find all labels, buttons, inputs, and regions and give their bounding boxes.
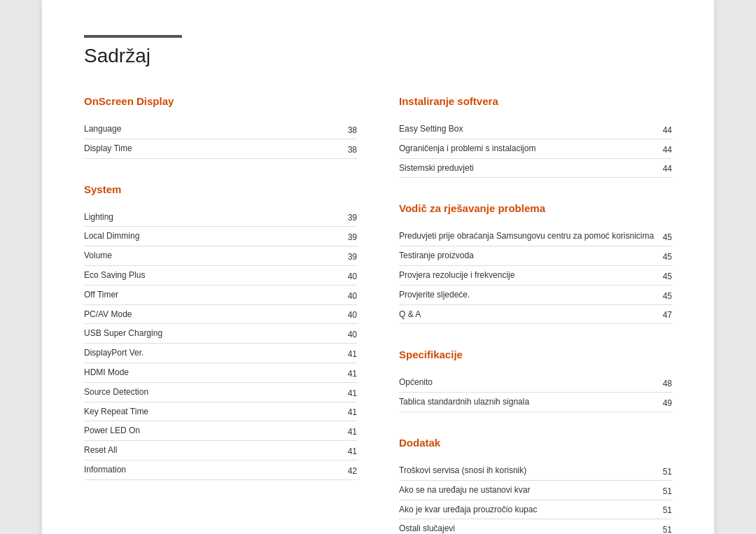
toc-item-label: Ako je kvar uređaja prouzročio kupac xyxy=(399,504,663,516)
toc-item[interactable]: Q & A47 xyxy=(399,305,672,325)
toc-item-label: Source Detection xyxy=(84,386,348,398)
toc-item-page: 41 xyxy=(348,349,357,359)
section-specifikacije: SpecifikacijeOpćenito48Tablica standardn… xyxy=(399,349,672,412)
toc-item[interactable]: Off Timer40 xyxy=(84,286,357,305)
toc-item[interactable]: Troškovi servisa (snosi ih korisnik)51 xyxy=(399,461,672,481)
toc-item-label: Lighting xyxy=(84,211,348,223)
toc-item[interactable]: Ako je kvar uređaja prouzročio kupac51 xyxy=(399,500,672,520)
toc-item-page: 51 xyxy=(663,505,672,515)
toc-item-page: 40 xyxy=(348,272,357,281)
toc-item[interactable]: Eco Saving Plus40 xyxy=(84,266,357,286)
section-vodic-za-rjesavanje: Vodič za rješavanje problemaPreduvjeti p… xyxy=(399,202,672,324)
toc-item-label: Općenito xyxy=(399,377,663,388)
toc-item-page: 40 xyxy=(348,310,357,320)
section-title-dodatak: Dodatak xyxy=(399,437,672,453)
section-title-onscreen-display: OnScreen Display xyxy=(84,95,357,111)
section-dodatak: DodatakTroškovi servisa (snosi ih korisn… xyxy=(399,437,672,534)
toc-item-label: Troškovi servisa (snosi ih korisnik) xyxy=(399,465,663,477)
toc-item-page: 40 xyxy=(348,330,357,339)
toc-item[interactable]: PC/AV Mode40 xyxy=(84,305,357,325)
toc-item[interactable]: Ograničenja i problemi s instalacijom44 xyxy=(399,139,672,159)
section-title-vodic-za-rjesavanje: Vodič za rješavanje problema xyxy=(399,202,672,218)
toc-item-page: 47 xyxy=(663,310,672,320)
title-bar xyxy=(84,35,182,38)
toc-item-label: Information xyxy=(84,464,348,476)
toc-item[interactable]: Local Dimming39 xyxy=(84,227,357,246)
section-onscreen-display: OnScreen DisplayLanguage38Display Time38 xyxy=(84,95,357,159)
section-title-system: System xyxy=(84,183,357,199)
toc-item[interactable]: DisplayPort Ver.41 xyxy=(84,344,357,363)
page-container: Sadržaj OnScreen DisplayLanguage38Displa… xyxy=(42,0,714,534)
section-title-specifikacije: Specifikacije xyxy=(399,349,672,365)
toc-item-label: Ostali slučajevi xyxy=(399,523,663,534)
toc-item-label: Tablica standardnih ulaznih signala xyxy=(399,396,663,408)
toc-item[interactable]: Language38 xyxy=(84,120,357,139)
toc-item-page: 39 xyxy=(348,232,357,242)
toc-item-label: Display Time xyxy=(84,143,348,155)
toc-item-page: 51 xyxy=(663,525,672,534)
toc-item-page: 41 xyxy=(348,427,357,437)
section-system: SystemLighting39Local Dimming39Volume39E… xyxy=(84,183,357,480)
toc-item[interactable]: Power LED On41 xyxy=(84,421,357,441)
toc-item-page: 45 xyxy=(663,272,672,281)
toc-item-label: Volume xyxy=(84,250,348,262)
content-area: OnScreen DisplayLanguage38Display Time38… xyxy=(84,95,672,534)
toc-item-page: 38 xyxy=(348,125,357,135)
toc-item-page: 44 xyxy=(663,145,672,155)
toc-item[interactable]: Ako se na uređaju ne ustanovi kvar51 xyxy=(399,481,672,500)
right-column: Instaliranje softveraEasy Setting Box44O… xyxy=(399,95,672,534)
toc-item-page: 41 xyxy=(348,407,357,417)
toc-item-page: 38 xyxy=(348,145,357,155)
toc-item-label: Sistemski preduvjeti xyxy=(399,162,663,174)
toc-item-page: 44 xyxy=(663,125,672,135)
toc-item[interactable]: USB Super Charging40 xyxy=(84,324,357,344)
toc-item-page: 49 xyxy=(663,398,672,408)
toc-item[interactable]: Ostali slučajevi51 xyxy=(399,519,672,534)
toc-item[interactable]: HDMI Mode41 xyxy=(84,363,357,383)
toc-item[interactable]: Tablica standardnih ulaznih signala49 xyxy=(399,393,672,412)
toc-item-label: Provjera rezolucije i frekvencije xyxy=(399,269,663,281)
toc-item-label: Off Timer xyxy=(84,289,348,301)
toc-item[interactable]: Display Time38 xyxy=(84,139,357,159)
toc-item[interactable]: Provjerite sljedeće.45 xyxy=(399,286,672,305)
section-title-instaliranje-softvera: Instaliranje softvera xyxy=(399,95,672,111)
toc-item-label: USB Super Charging xyxy=(84,328,348,339)
toc-item-page: 45 xyxy=(663,291,672,301)
toc-item[interactable]: Preduvjeti prije obraćanja Samsungovu ce… xyxy=(399,227,672,246)
toc-item-page: 51 xyxy=(663,486,672,496)
toc-item[interactable]: Testiranje proizvoda45 xyxy=(399,246,672,266)
toc-item-label: Q & A xyxy=(399,309,663,321)
toc-item-page: 41 xyxy=(348,388,357,398)
toc-item-label: Ograničenja i problemi s instalacijom xyxy=(399,143,663,155)
toc-item-page: 41 xyxy=(348,447,357,456)
left-column: OnScreen DisplayLanguage38Display Time38… xyxy=(84,95,357,534)
toc-item[interactable]: Easy Setting Box44 xyxy=(399,120,672,139)
toc-item[interactable]: Reset All41 xyxy=(84,441,357,461)
toc-item-label: Eco Saving Plus xyxy=(84,269,348,281)
section-instaliranje-softvera: Instaliranje softveraEasy Setting Box44O… xyxy=(399,95,672,178)
toc-item-page: 39 xyxy=(348,252,357,262)
toc-item-label: PC/AV Mode xyxy=(84,309,348,321)
toc-item-label: Preduvjeti prije obraćanja Samsungovu ce… xyxy=(399,230,663,242)
toc-item-label: HDMI Mode xyxy=(84,367,348,379)
toc-item-page: 42 xyxy=(348,466,357,476)
toc-item[interactable]: Information42 xyxy=(84,461,357,480)
toc-item[interactable]: Općenito48 xyxy=(399,373,672,393)
toc-item-page: 45 xyxy=(663,252,672,262)
toc-item-label: Provjerite sljedeće. xyxy=(399,289,663,301)
toc-item-label: Power LED On xyxy=(84,425,348,437)
toc-item[interactable]: Key Repeat Time41 xyxy=(84,402,357,422)
toc-item-page: 41 xyxy=(348,369,357,379)
toc-item[interactable]: Lighting39 xyxy=(84,208,357,227)
toc-item-page: 48 xyxy=(663,379,672,388)
toc-item-label: Ako se na uređaju ne ustanovi kvar xyxy=(399,484,663,496)
toc-item[interactable]: Sistemski preduvjeti44 xyxy=(399,159,672,178)
toc-item-label: DisplayPort Ver. xyxy=(84,347,348,359)
toc-item-label: Testiranje proizvoda xyxy=(399,250,663,262)
toc-item-label: Easy Setting Box xyxy=(399,123,663,135)
toc-item-page: 44 xyxy=(663,164,672,174)
toc-item[interactable]: Volume39 xyxy=(84,246,357,266)
toc-item[interactable]: Source Detection41 xyxy=(84,383,357,402)
toc-item[interactable]: Provjera rezolucije i frekvencije45 xyxy=(399,266,672,286)
toc-item-page: 40 xyxy=(348,291,357,301)
